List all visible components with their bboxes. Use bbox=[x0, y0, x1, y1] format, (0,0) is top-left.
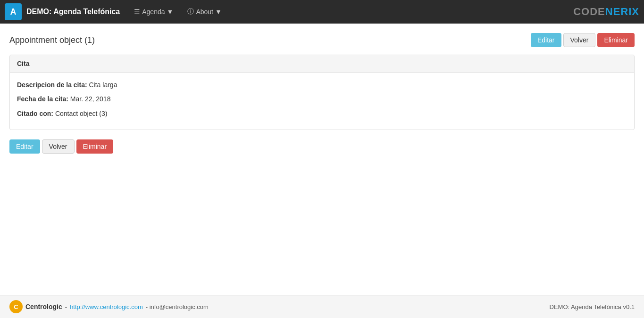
app-logo: A bbox=[5, 3, 22, 20]
field-value-citado: Contact object (3) bbox=[55, 110, 108, 117]
codenerix-logo: CODENERIX bbox=[573, 6, 639, 18]
bottom-action-buttons: Editar Volver Eliminar bbox=[9, 139, 635, 154]
panel-body: Descripcion de la cita: Cita larga Fecha… bbox=[10, 73, 634, 130]
brand-title: DEMO: Agenda Telefónica bbox=[26, 8, 120, 16]
edit-button-bottom[interactable]: Editar bbox=[9, 139, 40, 154]
edit-button-top[interactable]: Editar bbox=[531, 33, 561, 47]
footer-email: - info@centrologic.com bbox=[146, 303, 209, 310]
footer-version: DEMO: Agenda Telefónica v0.1 bbox=[550, 303, 635, 310]
about-menu[interactable]: ⓘ About ▼ bbox=[183, 5, 226, 19]
codenerix-code: CODE bbox=[573, 6, 605, 17]
footer-logo: C bbox=[9, 300, 23, 313]
footer-logo-text: C bbox=[14, 303, 18, 310]
navbar-left: A DEMO: Agenda Telefónica ☰ Agenda ▼ ⓘ A… bbox=[5, 3, 226, 20]
field-label-fecha: Fecha de la cita: bbox=[17, 95, 68, 103]
top-action-buttons: Editar Volver Eliminar bbox=[531, 33, 635, 47]
agenda-menu[interactable]: ☰ Agenda ▼ bbox=[129, 5, 178, 18]
agenda-caret: ▼ bbox=[167, 8, 174, 16]
footer-link[interactable]: http://www.centrologic.com bbox=[70, 303, 143, 310]
delete-button-bottom[interactable]: Eliminar bbox=[76, 139, 114, 154]
agenda-icon: ☰ bbox=[134, 8, 140, 16]
agenda-label: Agenda bbox=[142, 8, 165, 16]
field-fecha: Fecha de la cita: Mar. 22, 2018 bbox=[17, 94, 627, 104]
footer-separator1: - bbox=[65, 303, 67, 310]
page-title: Appointment object (1) bbox=[9, 35, 95, 45]
field-descripcion: Descripcion de la cita: Cita larga bbox=[17, 80, 627, 90]
navbar-right: CODENERIX bbox=[573, 6, 639, 18]
about-caret: ▼ bbox=[215, 8, 222, 16]
field-label-citado: Citado con: bbox=[17, 110, 53, 117]
footer-right: DEMO: Agenda Telefónica v0.1 bbox=[550, 303, 635, 310]
field-value-descripcion: Cita larga bbox=[89, 81, 117, 89]
panel-header: Cita bbox=[10, 55, 634, 73]
field-value-fecha: Mar. 22, 2018 bbox=[70, 95, 111, 103]
about-icon: ⓘ bbox=[187, 8, 194, 16]
back-button-bottom[interactable]: Volver bbox=[42, 139, 75, 154]
codenerix-nerix: NERIX bbox=[605, 6, 639, 17]
page-header: Appointment object (1) Editar Volver Eli… bbox=[9, 33, 635, 47]
navbar: A DEMO: Agenda Telefónica ☰ Agenda ▼ ⓘ A… bbox=[0, 0, 644, 24]
back-button-top[interactable]: Volver bbox=[563, 33, 596, 47]
footer: C Centrologic - http://www.centrologic.c… bbox=[0, 295, 644, 318]
delete-button-top[interactable]: Eliminar bbox=[597, 33, 635, 47]
footer-brand: Centrologic bbox=[25, 303, 62, 310]
footer-left: C Centrologic - http://www.centrologic.c… bbox=[9, 300, 209, 313]
field-citado: Citado con: Contact object (3) bbox=[17, 108, 627, 119]
about-label: About bbox=[196, 8, 213, 16]
main-content: Appointment object (1) Editar Volver Eli… bbox=[0, 24, 644, 295]
cita-panel: Cita Descripcion de la cita: Cita larga … bbox=[9, 55, 635, 130]
field-label-descripcion: Descripcion de la cita: bbox=[17, 81, 87, 89]
